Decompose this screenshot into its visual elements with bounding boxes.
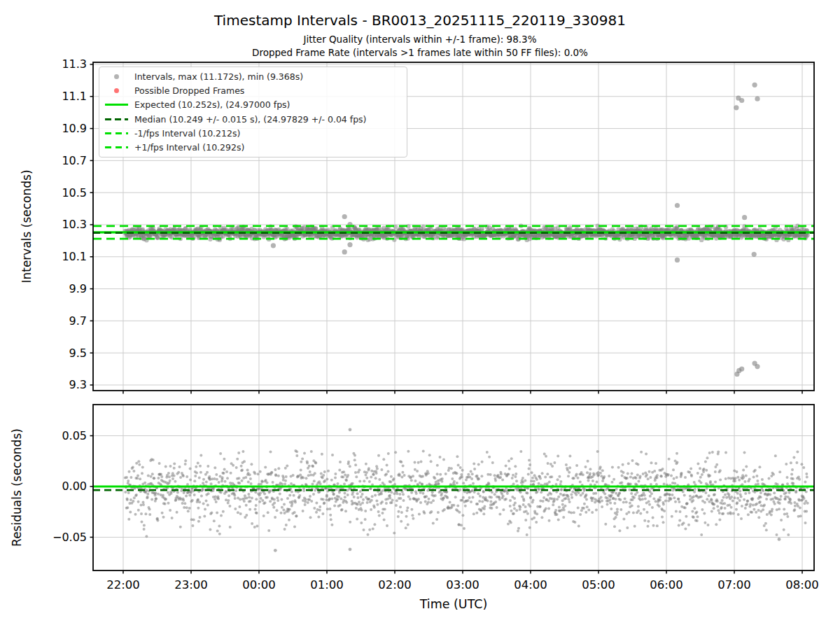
scatter-point — [481, 500, 484, 503]
scatter-point — [533, 480, 536, 483]
scatter-point — [528, 458, 531, 461]
scatter-point — [582, 473, 584, 476]
ytick-label: 0.00 — [62, 479, 87, 493]
scatter-point — [213, 519, 216, 522]
scatter-point — [631, 459, 634, 462]
scatter-point — [649, 495, 652, 498]
scatter-point — [453, 480, 456, 483]
scatter-point — [568, 466, 571, 469]
scatter-point — [141, 465, 144, 468]
scatter-point — [750, 511, 753, 514]
scatter-point — [421, 492, 424, 495]
scatter-point — [529, 496, 532, 499]
scatter-point — [477, 492, 479, 495]
scatter-point — [407, 450, 410, 453]
scatter-point — [358, 480, 361, 483]
scatter-point — [757, 483, 760, 486]
scatter-point — [298, 494, 301, 497]
scatter-point — [227, 502, 230, 505]
scatter-point — [805, 472, 808, 475]
scatter-point — [463, 527, 465, 530]
scatter-point — [137, 509, 140, 512]
scatter-point — [140, 512, 143, 515]
scatter-point — [652, 498, 655, 500]
scatter-point — [302, 489, 305, 492]
scatter-point — [774, 454, 777, 457]
scatter-point — [227, 494, 230, 497]
legend-marker-dot-red — [104, 88, 129, 93]
scatter-point — [274, 468, 276, 471]
scatter-point — [514, 465, 517, 468]
scatter-point — [401, 471, 404, 474]
scatter-point — [182, 475, 185, 477]
scatter-point — [643, 508, 645, 511]
scatter-point — [341, 508, 344, 511]
scatter-point — [428, 454, 431, 456]
scatter-point — [255, 512, 258, 514]
scatter-point — [621, 475, 624, 477]
scatter-point — [703, 512, 706, 514]
scatter-point — [719, 478, 722, 481]
legend-label: Median (10.249 +/- 0.015 s), (24.97829 +… — [134, 114, 366, 125]
scatter-point — [358, 469, 360, 472]
scatter-point — [524, 479, 526, 482]
scatter-point — [736, 476, 739, 479]
chart-title: Timestamp Intervals - BR0013_20251115_22… — [0, 12, 840, 29]
scatter-point — [629, 482, 632, 485]
line-solid-icon — [105, 104, 128, 106]
scatter-point — [579, 513, 582, 516]
scatter-point — [790, 473, 793, 476]
scatter-point — [804, 480, 806, 483]
scatter-point — [604, 523, 607, 526]
scatter-point — [164, 465, 167, 468]
scatter-point — [360, 509, 363, 512]
scatter-point — [177, 471, 180, 474]
scatter-point — [806, 502, 809, 505]
scatter-point — [246, 497, 248, 500]
scatter-point — [356, 518, 358, 521]
scatter-point — [205, 500, 208, 503]
scatter-point — [157, 493, 160, 496]
scatter-point — [419, 491, 422, 494]
scatter-point — [470, 470, 472, 473]
scatter-point — [636, 473, 639, 476]
scatter-point — [194, 475, 197, 477]
scatter-point — [620, 481, 623, 484]
scatter-point — [502, 508, 505, 511]
scatter-point — [396, 492, 398, 495]
scatter-point — [398, 474, 401, 477]
scatter-point — [498, 512, 501, 515]
scatter-point — [565, 463, 568, 466]
scatter-point — [191, 524, 194, 527]
scatter-point — [178, 465, 181, 468]
scatter-point — [304, 498, 307, 500]
scatter-point — [284, 479, 287, 482]
scatter-point — [661, 515, 664, 518]
ytick-label: 10.5 — [62, 186, 87, 200]
scatter-point — [405, 515, 408, 518]
scatter-point — [547, 507, 550, 510]
scatter-point — [376, 468, 379, 470]
scatter-point — [656, 477, 659, 479]
scatter-point — [786, 515, 789, 518]
scatter-point — [784, 498, 787, 500]
scatter-point — [687, 236, 691, 240]
scatter-point — [674, 500, 677, 503]
scatter-point — [690, 467, 692, 470]
scatter-point — [370, 476, 372, 479]
scatter-point — [654, 462, 657, 465]
scatter-point — [794, 505, 797, 507]
scatter-point — [402, 493, 405, 496]
scatter-point — [505, 498, 507, 500]
scatter-point — [387, 452, 390, 455]
scatter-point — [137, 500, 140, 503]
scatter-point — [152, 458, 155, 461]
scatter-point — [717, 509, 720, 512]
scatter-point — [412, 475, 414, 477]
scatter-point — [312, 493, 315, 496]
legend-label: -1/fps Interval (10.212s) — [134, 128, 240, 139]
ytick-label: 9.3 — [69, 378, 87, 391]
scatter-point — [406, 507, 409, 510]
scatter-point — [643, 494, 646, 497]
scatter-point — [584, 465, 587, 468]
